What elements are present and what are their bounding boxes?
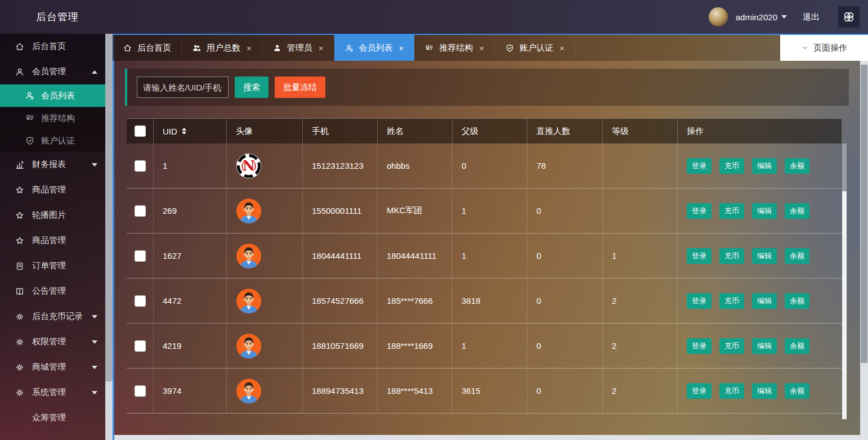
- row-checkbox[interactable]: [135, 295, 146, 307]
- cell-value: ohbbs: [387, 161, 410, 170]
- balance-button[interactable]: 余额: [785, 248, 809, 264]
- username: admin2020: [736, 12, 777, 22]
- sidebar-item-7[interactable]: 轮播图片: [0, 203, 105, 228]
- cell-value: 188****5413: [387, 386, 433, 396]
- login-button[interactable]: 登录: [687, 383, 712, 399]
- sidebar-scrollbar-thumb[interactable]: [105, 34, 113, 381]
- tab-2[interactable]: 管理员×: [262, 35, 334, 61]
- sidebar-item-2[interactable]: 会员列表: [0, 84, 105, 107]
- member-avatar: [236, 333, 262, 359]
- tab-1[interactable]: 用户总数×: [182, 35, 262, 61]
- chart-icon: [15, 160, 25, 170]
- sidebar: 后台首页会员管理会员列表推荐结构账户认证财务报表商品管理轮播图片商品管理订单管理…: [0, 34, 105, 440]
- cell-value: 18044441111: [387, 251, 436, 261]
- user-menu[interactable]: admin2020: [736, 12, 787, 22]
- row-checkbox-cell: [127, 369, 154, 413]
- sort-icon[interactable]: [182, 128, 186, 134]
- top-header: 后台管理 admin2020 退出: [0, 0, 868, 34]
- balance-button[interactable]: 余额: [785, 383, 809, 399]
- page-scrollbar[interactable]: [860, 61, 868, 440]
- login-button[interactable]: 登录: [687, 248, 712, 264]
- sidebar-item-1[interactable]: 会员管理: [0, 59, 105, 84]
- member-icon: [344, 43, 354, 53]
- sidebar-item-5[interactable]: 财务报表: [0, 152, 105, 177]
- balance-button[interactable]: 余额: [785, 338, 809, 354]
- tab-close-icon[interactable]: ×: [560, 43, 565, 53]
- sidebar-item-12[interactable]: 权限管理: [0, 329, 105, 354]
- sidebar-item-9[interactable]: 订单管理: [0, 253, 105, 279]
- horizontal-scrollbar[interactable]: [113, 435, 868, 440]
- sidebar-scrollbar[interactable]: [105, 34, 113, 440]
- batch-freeze-button[interactable]: 批量冻结: [275, 77, 325, 98]
- table-row: 16271804444111118044441111101登录充币编辑余额: [127, 234, 842, 279]
- recharge-button[interactable]: 充币: [719, 203, 744, 219]
- name-cell: 188****5413: [378, 369, 453, 413]
- edit-button[interactable]: 编辑: [752, 383, 777, 399]
- login-button[interactable]: 登录: [687, 293, 712, 309]
- edit-button[interactable]: 编辑: [752, 338, 777, 354]
- tab-3[interactable]: 会员列表×: [334, 35, 415, 61]
- edit-button[interactable]: 编辑: [752, 248, 777, 264]
- page-actions-button[interactable]: 页面操作: [780, 35, 868, 61]
- edit-button[interactable]: 编辑: [752, 293, 777, 309]
- recharge-button[interactable]: 充币: [719, 158, 744, 174]
- tab-close-icon[interactable]: ×: [247, 43, 252, 53]
- row-checkbox[interactable]: [135, 205, 146, 217]
- member-avatar: [236, 198, 262, 224]
- gear-icon: [15, 362, 25, 372]
- tab-5[interactable]: 账户认证×: [495, 35, 575, 61]
- tab-4[interactable]: 推荐结构×: [414, 35, 495, 61]
- sidebar-item-8[interactable]: 商品管理: [0, 228, 105, 253]
- row-checkbox[interactable]: [135, 250, 146, 262]
- sidebar-item-3[interactable]: 推荐结构: [0, 107, 105, 129]
- header-cell: 直推人数: [527, 119, 603, 143]
- cell-value: 269: [163, 206, 177, 215]
- edit-button[interactable]: 编辑: [752, 203, 777, 219]
- sidebar-item-6[interactable]: 商品管理: [0, 177, 105, 203]
- users-icon: [192, 43, 202, 53]
- caret-down-icon: [92, 391, 97, 394]
- select-all-checkbox[interactable]: [135, 125, 146, 137]
- actions-cell: 登录充币编辑余额: [678, 279, 842, 323]
- referrals-cell: 0: [527, 369, 603, 413]
- table-scrollbar-thumb[interactable]: [842, 143, 847, 191]
- table-scrollbar[interactable]: [842, 143, 847, 419]
- page-scrollbar-thumb[interactable]: [861, 65, 867, 363]
- sidebar-item-11[interactable]: 后台充币记录: [0, 304, 105, 329]
- edit-button[interactable]: 编辑: [752, 158, 777, 174]
- login-button[interactable]: 登录: [687, 158, 712, 174]
- cell-value: 4219: [163, 341, 181, 351]
- balance-button[interactable]: 余额: [785, 158, 809, 174]
- recharge-button[interactable]: 充币: [719, 293, 744, 309]
- login-button[interactable]: 登录: [687, 203, 712, 219]
- recharge-button[interactable]: 充币: [719, 383, 744, 399]
- balance-button[interactable]: 余额: [785, 293, 809, 309]
- tab-close-icon[interactable]: ×: [319, 43, 324, 53]
- sidebar-item-0[interactable]: 后台首页: [0, 34, 105, 59]
- search-input[interactable]: [137, 77, 229, 98]
- login-button[interactable]: 登录: [687, 338, 712, 354]
- balance-button[interactable]: 余额: [785, 203, 809, 219]
- table-body: 115123123123ohbbs078登录充币编辑余额269155000011…: [127, 143, 842, 414]
- user-avatar[interactable]: [709, 7, 728, 26]
- logout-button[interactable]: 退出: [803, 12, 820, 23]
- tab-close-icon[interactable]: ×: [479, 43, 484, 53]
- recharge-button[interactable]: 充币: [719, 248, 744, 264]
- tab-close-icon[interactable]: ×: [399, 43, 404, 53]
- recharge-button[interactable]: 充币: [719, 338, 744, 354]
- search-button[interactable]: 搜索: [235, 77, 269, 98]
- tab-0[interactable]: 后台首页: [113, 35, 182, 61]
- sidebar-item-10[interactable]: 公告管理: [0, 279, 105, 304]
- home-icon: [123, 43, 132, 53]
- phone-cell: 15500001111: [303, 188, 378, 233]
- parent-cell: 1: [453, 324, 527, 368]
- sidebar-item-14[interactable]: 系统管理: [0, 380, 105, 405]
- row-checkbox[interactable]: [135, 160, 146, 172]
- sidebar-item-4[interactable]: 账户认证: [0, 129, 105, 152]
- sidebar-item-15[interactable]: 众筹管理: [0, 405, 105, 430]
- sidebar-item-13[interactable]: 商城管理: [0, 354, 105, 380]
- theme-toggle-button[interactable]: [838, 6, 860, 28]
- row-checkbox[interactable]: [135, 340, 146, 352]
- row-checkbox[interactable]: [135, 385, 146, 397]
- phone-cell: 18894735413: [303, 369, 378, 413]
